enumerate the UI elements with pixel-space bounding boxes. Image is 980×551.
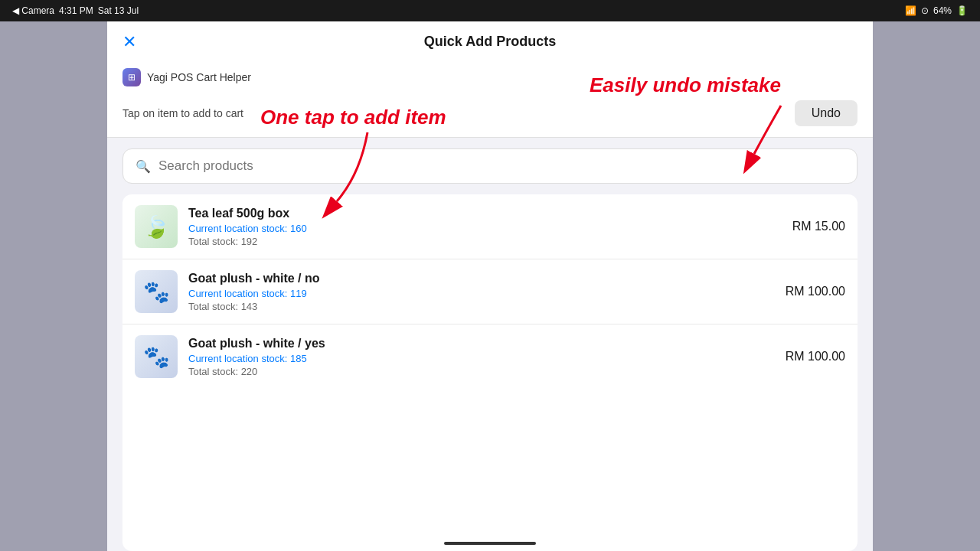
app-icon-symbol: ⊞ — [128, 72, 136, 83]
status-bar-left: ◀ Camera 4:31 PM Sat 13 Jul — [12, 5, 139, 16]
product-info: Goat plush - white / no Current location… — [188, 272, 775, 312]
product-stock-total: Total stock: 143 — [188, 301, 775, 312]
product-stock-total: Total stock: 220 — [188, 366, 775, 377]
close-button[interactable]: ✕ — [122, 34, 136, 51]
modal-title-row: ✕ Quick Add Products — [122, 34, 858, 60]
product-info: Goat plush - white / yes Current locatio… — [188, 337, 775, 377]
signal-icon: ⊙ — [921, 5, 929, 16]
search-bar: 🔍 — [122, 148, 858, 184]
list-item[interactable]: 🐾 Goat plush - white / no Current locati… — [122, 259, 858, 324]
product-name: Goat plush - white / yes — [188, 337, 775, 350]
product-info: Tea leaf 500g box Current location stock… — [188, 207, 782, 247]
instruction-row: Tap on item to add to cart Undo — [122, 93, 858, 137]
list-item[interactable]: 🐾 Goat plush - white / yes Current locat… — [122, 324, 858, 389]
product-list: 🍃 Tea leaf 500g box Current location sto… — [122, 194, 858, 551]
product-thumbnail: 🍃 — [135, 205, 178, 248]
search-input[interactable] — [158, 158, 844, 174]
app-row: ⊞ Yagi POS Cart Helper — [122, 60, 858, 93]
product-stock-current: Current location stock: 119 — [188, 288, 775, 299]
status-time: 4:31 PM — [59, 5, 93, 16]
product-price: RM 100.00 — [786, 285, 845, 298]
wifi-icon: 📶 — [905, 5, 916, 16]
home-indicator — [444, 542, 536, 545]
app-name-label: Yagi POS Cart Helper — [147, 71, 251, 83]
product-name: Goat plush - white / no — [188, 272, 775, 285]
battery-label: 64% — [933, 5, 952, 16]
product-stock-total: Total stock: 192 — [188, 236, 782, 247]
search-icon: 🔍 — [136, 159, 151, 174]
list-item[interactable]: 🍃 Tea leaf 500g box Current location sto… — [122, 194, 858, 259]
product-stock-current: Current location stock: 160 — [188, 223, 782, 234]
undo-button[interactable]: Undo — [795, 100, 858, 126]
status-bar-right: 📶 ⊙ 64% 🔋 — [905, 5, 968, 16]
battery-icon: 🔋 — [956, 5, 968, 16]
instruction-text: Tap on item to add to cart — [122, 107, 243, 119]
status-bar: ◀ Camera 4:31 PM Sat 13 Jul 📶 ⊙ 64% 🔋 — [0, 0, 980, 21]
search-container: 🔍 — [107, 138, 873, 194]
product-price: RM 15.00 — [792, 220, 845, 233]
status-date: Sat 13 Jul — [98, 5, 139, 16]
product-name: Tea leaf 500g box — [188, 207, 782, 220]
modal-title: Quick Add Products — [424, 34, 556, 50]
product-price: RM 100.00 — [786, 350, 845, 364]
back-camera-label: ◀ Camera — [12, 5, 54, 16]
product-thumbnail: 🐾 — [135, 270, 178, 313]
quick-add-modal: ✕ Quick Add Products ⊞ Yagi POS Cart Hel… — [107, 21, 873, 551]
product-stock-current: Current location stock: 185 — [188, 353, 775, 364]
modal-header: ✕ Quick Add Products ⊞ Yagi POS Cart Hel… — [107, 21, 873, 138]
app-icon: ⊞ — [122, 68, 141, 86]
product-thumbnail: 🐾 — [135, 335, 178, 378]
